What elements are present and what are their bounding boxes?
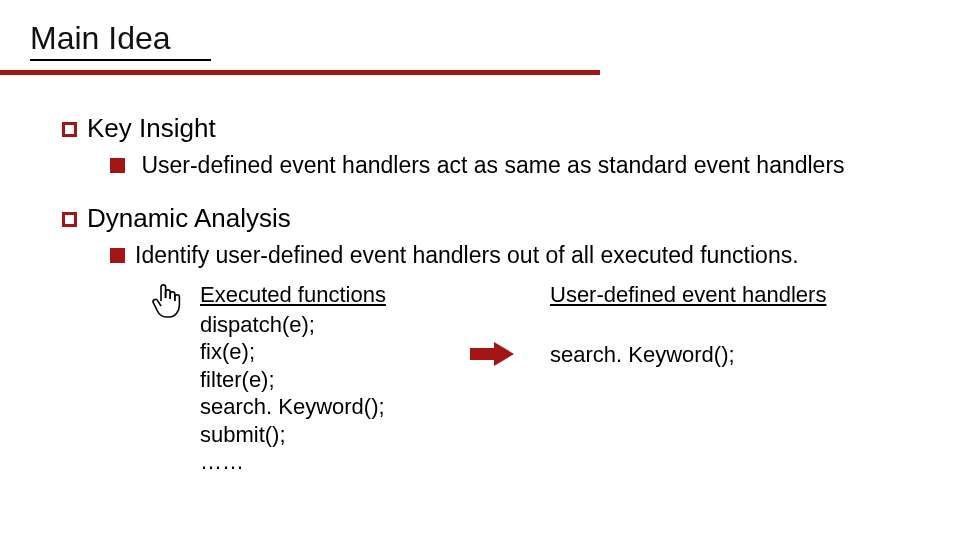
open-square-bullet-icon [62, 122, 77, 137]
title-rule [0, 70, 600, 75]
user-defined-column: User-defined event handlers search. Keyw… [550, 281, 826, 368]
solid-square-bullet-icon [110, 248, 125, 263]
executed-line: submit(); [200, 421, 386, 449]
executed-heading: Executed functions [200, 281, 386, 309]
section-dynamic-analysis: Dynamic Analysis [62, 203, 920, 234]
bullet-dynamic-1: Identify user-defined event handlers out… [110, 242, 920, 269]
executed-line: search. Keyword(); [200, 393, 386, 421]
click-hand-icon [150, 281, 184, 325]
executed-line: fix(e); [200, 338, 386, 366]
userdef-line: search. Keyword(); [550, 341, 826, 369]
solid-square-bullet-icon [110, 158, 125, 173]
section-heading: Dynamic Analysis [87, 203, 291, 233]
spacer [550, 311, 826, 341]
executed-line: …… [200, 448, 386, 476]
bullet-text: User-defined event handlers act as same … [135, 152, 845, 178]
executed-line: dispatch(e); [200, 311, 386, 339]
executed-line: filter(e); [200, 366, 386, 394]
arrow-right-icon [470, 341, 516, 371]
slide-content: Key Insight User-defined event handlers … [62, 105, 920, 481]
open-square-bullet-icon [62, 212, 77, 227]
bullet-text: Identify user-defined event handlers out… [135, 242, 799, 268]
userdef-heading: User-defined event handlers [550, 281, 826, 309]
slide-title: Main Idea [30, 20, 211, 61]
svg-marker-0 [470, 342, 514, 366]
bullet-key-insight-1: User-defined event handlers act as same … [110, 152, 920, 179]
section-key-insight: Key Insight [62, 113, 920, 144]
executed-functions-column: Executed functions dispatch(e); fix(e); … [200, 281, 386, 476]
example-row: Executed functions dispatch(e); fix(e); … [150, 281, 920, 481]
section-heading: Key Insight [87, 113, 216, 143]
